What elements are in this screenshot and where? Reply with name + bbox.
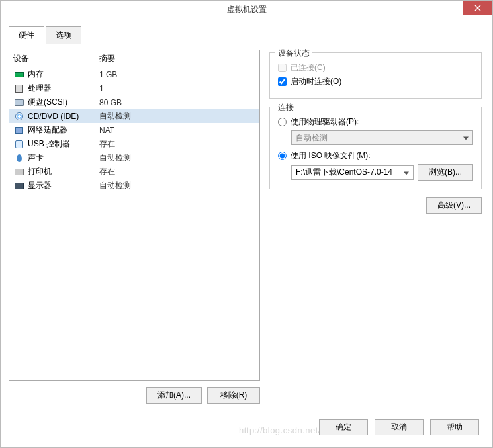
connect-at-power-row[interactable]: 启动时连接(O) bbox=[278, 76, 473, 87]
close-button[interactable] bbox=[463, 1, 492, 15]
connection-group: 连接 使用物理驱动器(P): 自动检测 使用 ISO 映像文件(M): F: bbox=[269, 107, 482, 189]
device-name: 打印机 bbox=[28, 166, 52, 177]
iso-file-radio[interactable] bbox=[278, 152, 287, 160]
advanced-button[interactable]: 高级(V)... bbox=[426, 197, 482, 214]
device-name: 显示器 bbox=[28, 180, 52, 191]
prn-icon bbox=[13, 167, 25, 177]
physical-drive-combo: 自动检测 bbox=[291, 130, 473, 145]
snd-icon bbox=[13, 154, 25, 163]
ok-button[interactable]: 确定 bbox=[319, 419, 368, 435]
table-row[interactable]: 显示器自动检测 bbox=[9, 179, 259, 193]
tab-hardware[interactable]: 硬件 bbox=[9, 26, 44, 44]
device-name: 硬盘(SCSI) bbox=[28, 97, 67, 108]
device-name: 处理器 bbox=[28, 83, 52, 94]
device-name: 内存 bbox=[28, 69, 44, 80]
iso-file-value: F:\迅雷下载\CentOS-7.0-14 bbox=[296, 167, 392, 178]
table-row[interactable]: 处理器1 bbox=[9, 81, 259, 95]
table-row[interactable]: 内存1 GB bbox=[9, 67, 259, 81]
device-name: 声卡 bbox=[28, 152, 44, 163]
remove-button[interactable]: 移除(R) bbox=[207, 387, 260, 404]
table-row[interactable]: 声卡自动检测 bbox=[9, 151, 259, 165]
device-summary: 自动检测 bbox=[99, 152, 255, 163]
physical-drive-value: 自动检测 bbox=[296, 132, 328, 144]
device-summary: 1 bbox=[99, 84, 255, 93]
tab-options[interactable]: 选项 bbox=[46, 26, 81, 44]
hardware-table: 设备 摘要 内存1 GB处理器1硬盘(SCSI)80 GBCD/DVD (IDE… bbox=[9, 50, 260, 381]
device-summary: 自动检测 bbox=[99, 111, 255, 122]
hdd-icon bbox=[13, 98, 25, 107]
physical-drive-row[interactable]: 使用物理驱动器(P): bbox=[278, 116, 473, 128]
table-row[interactable]: 打印机存在 bbox=[9, 165, 259, 179]
footer: 确定 取消 帮助 bbox=[319, 419, 479, 435]
table-row[interactable]: USB 控制器存在 bbox=[9, 137, 259, 151]
usb-icon bbox=[13, 140, 25, 149]
device-name: USB 控制器 bbox=[28, 138, 70, 150]
device-summary: 存在 bbox=[99, 138, 255, 150]
titlebar: 虚拟机设置 bbox=[1, 1, 492, 19]
window-title: 虚拟机设置 bbox=[227, 4, 267, 15]
iso-file-row[interactable]: 使用 ISO 映像文件(M): bbox=[278, 150, 473, 161]
connected-label: 已连接(C) bbox=[291, 62, 326, 73]
add-button[interactable]: 添加(A)... bbox=[146, 387, 202, 404]
connect-at-power-label: 启动时连接(O) bbox=[291, 76, 341, 87]
device-status-group: 设备状态 已连接(C) 启动时连接(O) bbox=[269, 52, 482, 99]
connected-checkbox bbox=[278, 64, 287, 72]
device-summary: NAT bbox=[99, 126, 255, 135]
cancel-button[interactable]: 取消 bbox=[375, 419, 424, 435]
table-row[interactable]: 硬盘(SCSI)80 GB bbox=[9, 95, 259, 109]
device-summary: 自动检测 bbox=[99, 180, 255, 191]
table-row[interactable]: 网络适配器NAT bbox=[9, 123, 259, 137]
device-name: 网络适配器 bbox=[28, 124, 67, 136]
iso-file-combo[interactable]: F:\迅雷下载\CentOS-7.0-14 bbox=[291, 165, 414, 180]
header-summary[interactable]: 摘要 bbox=[99, 53, 255, 64]
device-summary: 80 GB bbox=[99, 98, 255, 107]
tabs: 硬件 选项 bbox=[9, 26, 484, 44]
cd-icon bbox=[13, 112, 25, 121]
net-icon bbox=[13, 126, 25, 135]
physical-drive-label: 使用物理驱动器(P): bbox=[291, 116, 359, 128]
physical-drive-radio[interactable] bbox=[278, 118, 287, 126]
disp-icon bbox=[13, 181, 25, 191]
connection-title: 连接 bbox=[275, 102, 296, 113]
device-status-title: 设备状态 bbox=[275, 48, 312, 59]
mem-icon bbox=[13, 70, 25, 79]
browse-button[interactable]: 浏览(B)... bbox=[418, 164, 473, 181]
help-button[interactable]: 帮助 bbox=[430, 419, 479, 435]
table-row[interactable]: CD/DVD (IDE)自动检测 bbox=[9, 109, 259, 123]
device-summary: 存在 bbox=[99, 166, 255, 177]
iso-file-label: 使用 ISO 映像文件(M): bbox=[291, 150, 371, 161]
device-summary: 1 GB bbox=[99, 70, 255, 79]
device-name: CD/DVD (IDE) bbox=[28, 112, 79, 121]
header-device[interactable]: 设备 bbox=[13, 53, 99, 64]
connect-at-power-checkbox[interactable] bbox=[278, 77, 287, 86]
table-header: 设备 摘要 bbox=[9, 50, 259, 67]
connected-checkbox-row: 已连接(C) bbox=[278, 62, 473, 73]
close-icon bbox=[474, 5, 481, 11]
cpu-icon bbox=[13, 84, 25, 93]
